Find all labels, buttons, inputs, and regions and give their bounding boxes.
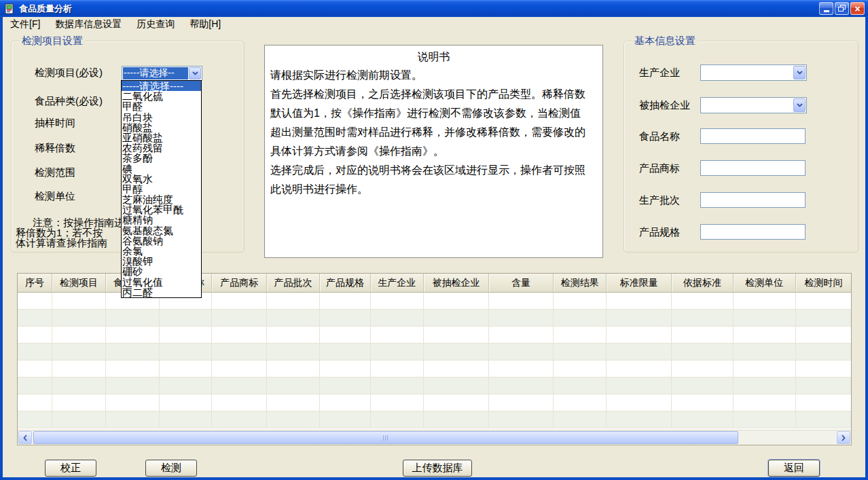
table-cell xyxy=(734,411,796,428)
table-header-5[interactable]: 产品批次 xyxy=(267,274,319,292)
table-header-9[interactable]: 含量 xyxy=(489,274,554,292)
table-header-10[interactable]: 检测结果 xyxy=(554,274,607,292)
dropdown-item-19[interactable]: 过氧化值 xyxy=(122,277,201,287)
table-header-11[interactable]: 标准限量 xyxy=(607,274,672,292)
menu-item-2[interactable]: 历史查询 xyxy=(129,17,182,32)
table-row-5 xyxy=(18,377,851,394)
table-cell xyxy=(489,344,554,360)
table-header-8[interactable]: 被抽检企业 xyxy=(424,274,490,292)
dropdown-item-13[interactable]: 糖精钠 xyxy=(122,215,201,225)
app-window: 食品质量分析 × 文件[F]数据库信息设置历史查询帮助[H] 检测项目设置 --… xyxy=(0,0,868,480)
table-header-13[interactable]: 检测单位 xyxy=(734,274,796,292)
back-button[interactable]: 返回 xyxy=(768,460,820,477)
detect-item-combobox[interactable]: -----请选择-- xyxy=(122,66,202,81)
chevron-left-icon xyxy=(23,435,27,441)
dropdown-item-20[interactable]: 丙二醛 xyxy=(122,287,201,297)
dropdown-item-7[interactable]: 茶多酚 xyxy=(122,153,201,163)
table-header-14[interactable]: 检测时间 xyxy=(796,274,851,292)
table-cell xyxy=(796,344,851,360)
table-cell xyxy=(371,361,423,377)
table-cell xyxy=(320,377,371,394)
table-cell xyxy=(554,293,607,309)
basic-info-input-5[interactable] xyxy=(700,224,806,240)
dropdown-item-1[interactable]: 二氧化硫 xyxy=(122,91,201,101)
table-header-0[interactable]: 序号 xyxy=(18,274,52,292)
table-header-6[interactable]: 产品规格 xyxy=(320,274,371,292)
dropdown-item-11[interactable]: 芝麻油纯度 xyxy=(122,194,201,204)
close-icon: × xyxy=(854,4,860,14)
table-cell xyxy=(320,394,371,411)
menu-item-1[interactable]: 数据库信息设置 xyxy=(48,17,129,32)
dropdown-item-16[interactable]: 余氯 xyxy=(122,246,201,256)
table-cell xyxy=(160,411,212,428)
horizontal-scrollbar[interactable] xyxy=(18,430,851,445)
table-cell xyxy=(267,344,319,360)
close-button[interactable]: × xyxy=(850,2,865,15)
dropdown-item-12[interactable]: 过氧化苯甲酰 xyxy=(122,204,201,215)
dropdown-item-17[interactable]: 溴酸钾 xyxy=(122,256,201,266)
upload-database-button[interactable]: 上传数据库 xyxy=(403,460,472,477)
table-cell xyxy=(52,327,105,343)
titlebar: 食品质量分析 × xyxy=(0,0,868,17)
dropdown-item-8[interactable]: 碘 xyxy=(122,164,201,174)
restore-button[interactable] xyxy=(835,2,849,15)
table-row-7 xyxy=(18,411,851,428)
table-cell xyxy=(52,310,105,326)
dropdown-item-9[interactable]: 双氧水 xyxy=(122,174,201,184)
dropdown-item-10[interactable]: 甲醇 xyxy=(122,184,201,194)
table-cell xyxy=(672,411,734,428)
restore-icon xyxy=(838,5,846,12)
table-header-12[interactable]: 依据标准 xyxy=(672,274,734,292)
combo-dropdown-button-0[interactable] xyxy=(793,66,806,79)
detect-button[interactable]: 检测 xyxy=(145,460,197,477)
combo-dropdown-button[interactable] xyxy=(189,67,201,79)
table-cell xyxy=(212,361,267,377)
basic-info-combobox-1[interactable] xyxy=(700,97,807,113)
menu-item-0[interactable]: 文件[F] xyxy=(3,17,48,32)
dropdown-item-2[interactable]: 甲醛 xyxy=(122,101,201,111)
menu-bar: 文件[F]数据库信息设置历史查询帮助[H] xyxy=(3,17,865,32)
basic-info-input-4[interactable] xyxy=(700,192,806,208)
table-cell xyxy=(607,394,672,411)
table-cell xyxy=(424,327,490,343)
table-cell xyxy=(796,377,851,394)
table-cell xyxy=(489,327,554,343)
basic-info-input-3[interactable] xyxy=(700,160,806,176)
menu-item-3[interactable]: 帮助[H] xyxy=(182,17,228,32)
combo-dropdown-button-1[interactable] xyxy=(793,98,806,112)
scrollbar-grip xyxy=(383,435,389,441)
minimize-button[interactable] xyxy=(819,2,833,15)
table-cell xyxy=(371,293,423,309)
dropdown-item-5[interactable]: 亚硝酸盐 xyxy=(122,132,201,143)
table-cell xyxy=(18,310,52,326)
dropdown-item-18[interactable]: 硼砂 xyxy=(122,266,201,276)
table-cell xyxy=(607,310,672,326)
dropdown-item-6[interactable]: 农药残留 xyxy=(122,143,201,153)
scroll-right-button[interactable] xyxy=(837,431,850,444)
dropdown-item-3[interactable]: 吊白块 xyxy=(122,112,201,122)
table-header-1[interactable]: 检测项目 xyxy=(52,274,105,292)
table-cell xyxy=(672,394,734,411)
app-icon[interactable] xyxy=(5,3,16,14)
detect-item-dropdown-list: -----请选择----二氧化硫甲醛吊白块硝酸盐亚硝酸盐农药残留茶多酚碘双氧水甲… xyxy=(121,80,202,298)
table-cell xyxy=(212,327,267,343)
scrollbar-thumb[interactable] xyxy=(33,431,738,444)
dropdown-item-14[interactable]: 氨基酸态氮 xyxy=(122,225,201,236)
window-frame xyxy=(0,17,3,480)
dropdown-item-15[interactable]: 谷氨酸钠 xyxy=(122,236,201,246)
dropdown-item-0[interactable]: -----请选择---- xyxy=(122,81,201,91)
dropdown-item-4[interactable]: 硝酸盐 xyxy=(122,122,201,132)
scroll-left-button[interactable] xyxy=(18,431,32,444)
table-cell xyxy=(320,344,371,360)
basic-info-combobox-value-1 xyxy=(702,98,793,112)
table-header-7[interactable]: 生产企业 xyxy=(371,274,423,292)
calibrate-button[interactable]: 校正 xyxy=(45,460,96,477)
table-cell xyxy=(796,293,851,309)
table-cell xyxy=(796,327,851,343)
basic-info-combobox-0[interactable] xyxy=(700,64,807,81)
table-header-4[interactable]: 产品商标 xyxy=(212,274,267,292)
manual-line-3: 超出测量范围时需对样品进行稀释，并修改稀释倍数，需要修改的 xyxy=(270,123,597,142)
manual-text: 请根据实际进行检测前期设置。首先选择检测项目，之后选择检测该项目下的产品类型。稀… xyxy=(270,66,597,199)
basic-info-input-2[interactable] xyxy=(700,128,806,144)
manual-line-1: 首先选择检测项目，之后选择检测该项目下的产品类型。稀释倍数 xyxy=(270,85,597,104)
